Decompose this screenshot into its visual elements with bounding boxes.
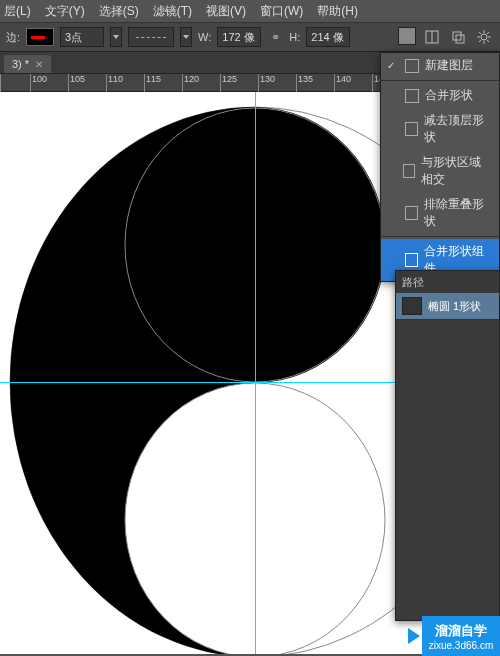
exclude-icon <box>405 206 419 220</box>
height-label: H: <box>289 31 300 43</box>
panel-tab-bar: 路径 <box>396 271 499 293</box>
panel-tab-paths[interactable]: 路径 <box>402 275 424 290</box>
svg-rect-2 <box>453 32 461 40</box>
width-field[interactable]: 172 像 <box>217 27 261 47</box>
stroke-color-swatch[interactable] <box>26 28 54 46</box>
ruler-tick <box>0 74 2 92</box>
stroke-width-field[interactable]: 3点 <box>60 27 104 47</box>
paths-panel: 路径 椭圆 1形状 <box>395 270 500 621</box>
checkmark-icon: ✓ <box>387 60 399 71</box>
menu-layer[interactable]: 层(L) <box>4 3 31 20</box>
menu-view[interactable]: 视图(V) <box>206 3 246 20</box>
svg-line-9 <box>479 32 481 34</box>
ruler-tick: 140 <box>334 74 351 92</box>
menu-separator <box>381 236 499 237</box>
menu-item-label: 与形状区域相交 <box>421 154 493 188</box>
guide-vertical[interactable] <box>255 92 256 654</box>
path-operations-icon[interactable] <box>398 27 416 45</box>
svg-line-10 <box>487 40 489 42</box>
menu-item-label: 排除重叠形状 <box>424 196 493 230</box>
link-icon[interactable]: ⚭ <box>267 29 283 45</box>
stroke-style-dropdown[interactable] <box>128 27 174 47</box>
path-operations-menu: ✓ 新建图层 合并形状 减去顶层形状 与形状区域相交 排除重叠形状 合并形状组件 <box>380 52 500 282</box>
gear-icon[interactable] <box>474 27 494 47</box>
document-tab[interactable]: 3) * ✕ <box>4 55 51 73</box>
svg-point-4 <box>481 34 487 40</box>
menu-item-label: 新建图层 <box>425 57 473 74</box>
intersect-icon <box>403 164 415 178</box>
svg-line-11 <box>479 40 481 42</box>
menu-window[interactable]: 窗口(W) <box>260 3 303 20</box>
menu-select[interactable]: 选择(S) <box>99 3 139 20</box>
height-field[interactable]: 214 像 <box>306 27 350 47</box>
menu-item-new-layer[interactable]: ✓ 新建图层 <box>381 53 499 78</box>
menu-separator <box>381 80 499 81</box>
path-thumbnail <box>402 297 422 315</box>
stroke-style-arrow[interactable] <box>180 27 192 47</box>
merge-icon <box>405 253 419 267</box>
align-icon[interactable] <box>422 27 442 47</box>
menu-item-intersect[interactable]: 与形状区域相交 <box>381 150 499 192</box>
arrange-icon[interactable] <box>448 27 468 47</box>
svg-line-12 <box>487 32 489 34</box>
watermark-logo: 溜溜自学 zixue.3d66.cm <box>422 616 500 656</box>
menu-item-label: 减去顶层形状 <box>424 112 493 146</box>
logo-text: 溜溜自学 <box>435 622 487 640</box>
logo-url: zixue.3d66.cm <box>429 640 493 651</box>
ruler-tick: 110 <box>106 74 123 92</box>
path-item-label: 椭圆 1形状 <box>428 299 481 314</box>
width-label: W: <box>198 31 211 43</box>
menu-item-combine[interactable]: 合并形状 <box>381 83 499 108</box>
menu-item-subtract[interactable]: 减去顶层形状 <box>381 108 499 150</box>
play-icon <box>408 628 420 644</box>
stroke-width-dropdown[interactable] <box>110 27 122 47</box>
ruler-tick: 105 <box>68 74 85 92</box>
menu-item-exclude[interactable]: 排除重叠形状 <box>381 192 499 234</box>
close-icon[interactable]: ✕ <box>35 59 43 70</box>
subtract-icon <box>405 122 419 136</box>
document-tab-label: 3) * <box>12 58 29 70</box>
ruler-tick: 120 <box>182 74 199 92</box>
svg-rect-3 <box>456 35 464 43</box>
ruler-tick: 115 <box>144 74 161 92</box>
new-layer-icon <box>405 59 419 73</box>
menu-type[interactable]: 文字(Y) <box>45 3 85 20</box>
stroke-label: 边: <box>6 30 20 45</box>
combine-icon <box>405 89 419 103</box>
menu-filter[interactable]: 滤镜(T) <box>153 3 192 20</box>
ruler-tick: 130 <box>258 74 275 92</box>
menu-help[interactable]: 帮助(H) <box>317 3 358 20</box>
panel-empty-area[interactable] <box>396 320 499 620</box>
path-item[interactable]: 椭圆 1形状 <box>396 293 499 320</box>
ruler-tick: 135 <box>296 74 313 92</box>
menu-bar: 层(L) 文字(Y) 选择(S) 滤镜(T) 视图(V) 窗口(W) 帮助(H) <box>0 0 500 22</box>
ruler-tick: 125 <box>220 74 237 92</box>
ruler-tick: 100 <box>30 74 47 92</box>
menu-item-label: 合并形状 <box>425 87 473 104</box>
options-bar: 边: 3点 W: 172 像 ⚭ H: 214 像 <box>0 22 500 52</box>
